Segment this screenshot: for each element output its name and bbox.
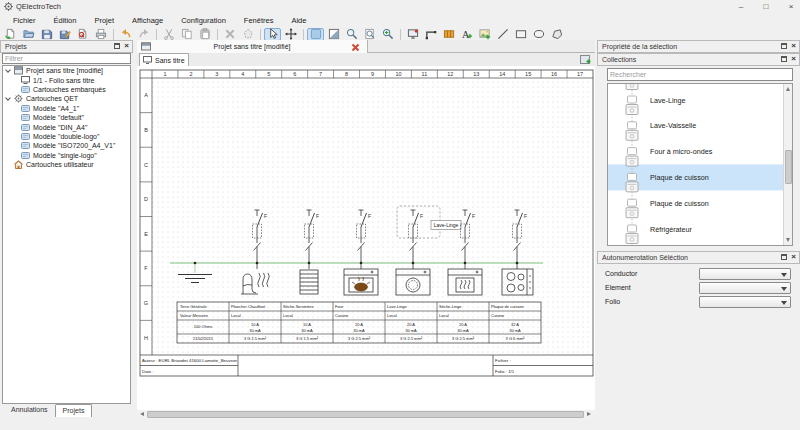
toolbar-separator <box>217 29 218 40</box>
selection-mode-button[interactable] <box>264 28 281 41</box>
toolbar-separator <box>156 29 157 40</box>
dock-tab-projets[interactable]: Projets <box>55 404 93 417</box>
save-as-button[interactable] <box>56 28 73 41</box>
zoom-out-button[interactable] <box>343 28 360 41</box>
add-ellipse-button[interactable] <box>530 28 547 41</box>
save-button[interactable] <box>38 28 55 41</box>
pan-mode-button[interactable] <box>282 28 299 41</box>
collections-search-input[interactable] <box>607 68 793 81</box>
tree-item-cartouches-utilisateur[interactable]: Cartouches utilisateur <box>3 160 130 169</box>
tree-item-mode-le-single-logo[interactable]: Modèle "single-logo" <box>3 151 130 160</box>
redo-button[interactable] <box>135 28 152 41</box>
add-image-button[interactable] <box>476 28 493 41</box>
add-conductor-button[interactable] <box>422 28 439 41</box>
rotate-button[interactable] <box>239 28 256 41</box>
tree-item-mode-le-iso7200-a4-v1[interactable]: Modèle "ISO7200_A4_V1" <box>3 141 130 150</box>
close-dock-icon[interactable]: × <box>124 43 129 49</box>
tree-item-mode-le-din-a4[interactable]: Modèle "DIN_A4" <box>3 122 130 131</box>
add-folio-icon[interactable] <box>580 54 592 65</box>
scroll-right-icon[interactable] <box>587 412 591 416</box>
menu-aide[interactable]: Aide <box>282 15 315 26</box>
close-project-button[interactable] <box>74 28 91 41</box>
delete-button[interactable] <box>221 28 238 41</box>
maximize-button[interactable]: □ <box>754 0 778 13</box>
filter-input[interactable] <box>2 53 131 64</box>
menu-affichage[interactable]: Affichage <box>123 15 172 26</box>
svg-text:Sèche-Linge: Sèche-Linge <box>439 304 462 309</box>
close-button[interactable]: × <box>779 0 800 13</box>
projects-tree: Projet sans titre [modifié]1/1 - Folio s… <box>2 65 131 404</box>
menu-e-dition[interactable]: Édition <box>45 15 86 26</box>
tree-item-mode-le-default[interactable]: Modèle "default" <box>3 113 130 122</box>
display-mode-button[interactable] <box>325 28 342 41</box>
collections-scrollbar[interactable] <box>783 84 792 245</box>
zoom-in-button[interactable] <box>379 28 396 41</box>
tree-item-cartouches-qet[interactable]: Cartouches QET <box>3 94 130 103</box>
float-dock-icon[interactable] <box>114 43 120 49</box>
svg-text:3 G 1.5 mm²: 3 G 1.5 mm² <box>244 336 267 341</box>
close-dock-icon[interactable]: × <box>791 43 796 49</box>
svg-text:20 A: 20 A <box>459 322 467 327</box>
project-tab[interactable]: Projet sans titre [modifié] <box>137 40 368 53</box>
print-button[interactable] <box>92 28 109 41</box>
undo-button[interactable] <box>117 28 134 41</box>
paste-button[interactable] <box>196 28 213 41</box>
cut-button[interactable] <box>160 28 177 41</box>
tree-item-1-1-folio-sans-titre[interactable]: 1/1 - Folio sans titre <box>3 75 130 84</box>
svg-text:1: 1 <box>163 71 166 77</box>
float-dock-icon[interactable] <box>781 43 787 49</box>
svg-text:F: F <box>368 213 371 219</box>
float-dock-icon[interactable] <box>781 56 787 62</box>
menu-fene-tres[interactable]: Fenêtres <box>235 15 283 26</box>
add-text-button[interactable]: A <box>458 28 475 41</box>
add-element-button[interactable] <box>404 28 421 41</box>
tree-item-label: Cartouches utilisateur <box>26 161 94 168</box>
menu-fichier[interactable]: Fichier <box>4 15 45 26</box>
minimize-button[interactable]: – <box>729 0 753 13</box>
h-scrollbar-thumb[interactable] <box>147 411 584 418</box>
tree-item-mode-le-double-logo[interactable]: Modèle "double-logo" <box>3 132 130 141</box>
tree-item-cartouches-embarque-s[interactable]: Cartouches embarqués <box>3 85 130 94</box>
scroll-down-icon[interactable] <box>786 238 790 242</box>
element-floating-label[interactable]: Lave-Linge <box>431 221 461 230</box>
zoom-fit-button[interactable] <box>361 28 378 41</box>
copy-button[interactable] <box>178 28 195 41</box>
expander-icon <box>5 67 11 73</box>
collection-item-lave-vaisselle[interactable]: Lave-Vaisselle <box>626 121 696 140</box>
scroll-up-icon[interactable] <box>786 87 790 91</box>
h-scrollbar[interactable] <box>138 410 593 419</box>
dock-tab-annulations[interactable]: Annulations <box>4 404 55 417</box>
collection-item-re-frige-rateur[interactable]: Réfrigérateur <box>626 225 693 244</box>
autonum-select-folio[interactable] <box>699 296 791 308</box>
add-busbar-button[interactable] <box>440 28 457 41</box>
collections-scrollbar-thumb[interactable] <box>785 150 792 184</box>
tree-item-mode-le-a4-1[interactable]: Modèle "A4_1" <box>3 104 130 113</box>
close-dock-icon[interactable]: × <box>791 254 796 260</box>
menu-configuration[interactable]: Configuration <box>172 15 235 26</box>
add-rectangle-button[interactable] <box>512 28 529 41</box>
folio-tab[interactable]: Sans titre <box>139 53 189 66</box>
add-polygon-icon <box>551 28 563 40</box>
diagram-canvas[interactable]: 1234567891011121314151617ABCDEFGHFFFFLav… <box>137 66 595 410</box>
svg-text:3 G 6 mm²: 3 G 6 mm² <box>506 336 526 341</box>
collection-item-lave-linge[interactable]: Lave-Linge <box>626 96 686 115</box>
new-project-icon <box>5 28 17 40</box>
float-dock-icon[interactable] <box>781 254 787 260</box>
add-line-button[interactable] <box>494 28 511 41</box>
new-project-button[interactable] <box>2 28 19 41</box>
autonum-select-element[interactable] <box>699 282 791 294</box>
visualisation-mode-button[interactable] <box>307 28 324 41</box>
add-polygon-button[interactable] <box>548 28 565 41</box>
scroll-left-icon[interactable] <box>140 412 144 416</box>
tree-item-label: Modèle "double-logo" <box>33 133 99 140</box>
autonum-select-conductor[interactable] <box>699 268 791 280</box>
collection-item-plaque-de-cuisson[interactable]: Plaque de cuisson <box>626 199 709 218</box>
close-tab-icon[interactable] <box>351 43 360 52</box>
diagram-viewport[interactable]: 1234567891011121314151617ABCDEFGHFFFFLav… <box>137 66 595 410</box>
open-project-button[interactable] <box>20 28 37 41</box>
menu-projet[interactable]: Projet <box>85 15 123 26</box>
close-dock-icon[interactable]: × <box>791 56 796 62</box>
tree-item-projet-sans-titre-modifie[interactable]: Projet sans titre [modifié] <box>3 66 130 75</box>
collection-item-four-a-micro-ondes[interactable]: Four à micro-ondes <box>626 147 713 166</box>
add-rectangle-icon <box>515 28 527 40</box>
